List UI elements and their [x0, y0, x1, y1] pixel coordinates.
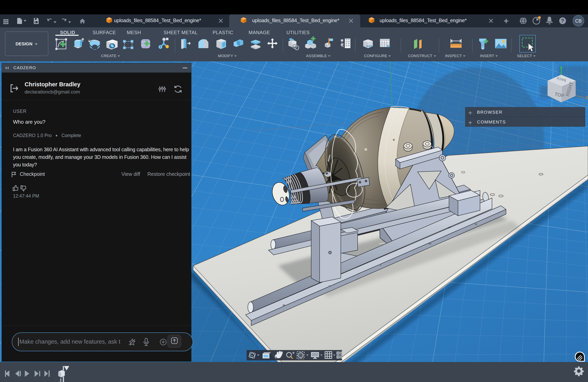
svg-text:X: X [585, 95, 588, 101]
svg-text:+: + [251, 354, 253, 357]
svg-text:?: ? [561, 18, 564, 23]
svg-text:CB: CB [575, 18, 582, 24]
svg-text:Z: Z [536, 97, 539, 103]
